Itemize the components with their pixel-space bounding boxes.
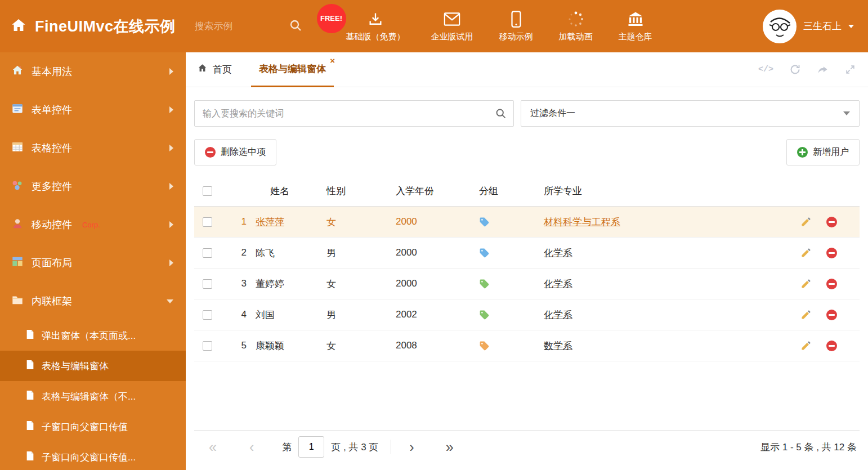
year-cell: 2002 bbox=[396, 309, 479, 320]
sidebar-subitem-label: 弹出窗体（本页面或... bbox=[42, 329, 136, 342]
search-icon[interactable] bbox=[289, 19, 302, 34]
delete-row-icon[interactable] bbox=[826, 341, 837, 351]
sidebar-item-label: 表格控件 bbox=[32, 141, 72, 155]
chevron-down-icon bbox=[167, 299, 173, 303]
last-page-icon[interactable]: » bbox=[446, 440, 454, 454]
major-link[interactable]: 化学系 bbox=[544, 279, 572, 289]
row-checkbox[interactable] bbox=[203, 217, 212, 227]
sidebar-item-label: 内联框架 bbox=[32, 294, 72, 308]
edit-icon[interactable] bbox=[800, 340, 812, 351]
refresh-icon[interactable] bbox=[789, 64, 801, 75]
search-icon[interactable] bbox=[495, 108, 507, 122]
row-checkbox[interactable] bbox=[203, 341, 212, 351]
sidebar-item-iframe[interactable]: 内联框架 bbox=[0, 282, 186, 320]
keyword-search-input[interactable] bbox=[194, 100, 514, 127]
sidebar-subitem-child-to-parent-2[interactable]: 子窗口向父窗口传值... bbox=[0, 442, 186, 470]
nav-item-theme-repo[interactable]: 主题仓库 bbox=[619, 11, 652, 42]
chevron-right-icon bbox=[169, 145, 173, 151]
delete-row-icon[interactable] bbox=[826, 217, 837, 227]
mobile-person-icon bbox=[11, 217, 24, 232]
plus-circle-icon bbox=[797, 147, 808, 158]
page-number-input[interactable] bbox=[298, 436, 324, 458]
sidebar-item-label: 基本用法 bbox=[32, 65, 72, 78]
delete-row-icon[interactable] bbox=[826, 310, 837, 320]
edit-icon[interactable] bbox=[800, 309, 812, 320]
top-header: FineUIMvc在线示例 FREE! 基础版（免费） 企业版试用 bbox=[0, 0, 868, 52]
sidebar-item-basic-usage[interactable]: 基本用法 bbox=[0, 52, 186, 91]
row-checkbox[interactable] bbox=[203, 279, 212, 289]
select-all-checkbox[interactable] bbox=[203, 186, 212, 196]
major-link[interactable]: 化学系 bbox=[544, 248, 572, 258]
nav-item-basic-free[interactable]: FREE! 基础版（免费） bbox=[346, 11, 405, 42]
edit-icon[interactable] bbox=[800, 247, 812, 258]
sidebar-item-page-layout[interactable]: 页面布局 bbox=[0, 244, 186, 282]
table-row[interactable]: 2 陈飞 男 2000 化学系 bbox=[194, 238, 860, 268]
first-page-icon[interactable]: « bbox=[209, 440, 217, 454]
nav-item-loading-anim[interactable]: 加载动画 bbox=[559, 11, 593, 42]
edit-icon[interactable] bbox=[800, 216, 812, 227]
source-code-icon[interactable]: </> bbox=[758, 65, 773, 74]
nav-label: 加载动画 bbox=[559, 32, 593, 42]
tag-icon bbox=[479, 310, 490, 320]
next-page-icon[interactable]: › bbox=[409, 440, 414, 454]
page-icon bbox=[26, 329, 34, 342]
chevron-right-icon bbox=[169, 106, 173, 113]
share-icon[interactable] bbox=[817, 64, 829, 75]
table-row[interactable]: 5 康颖颖 女 2008 数学系 bbox=[194, 330, 860, 361]
row-checkbox[interactable] bbox=[203, 310, 212, 320]
delete-row-icon[interactable] bbox=[826, 248, 837, 258]
name-link[interactable]: 张萍萍 bbox=[256, 217, 284, 227]
year-cell: 2000 bbox=[396, 278, 479, 289]
main-content: 首页 表格与编辑窗体 × </> bbox=[186, 52, 868, 470]
keyword-search bbox=[194, 100, 514, 127]
table-row[interactable]: 4 刘国 男 2002 化学系 bbox=[194, 299, 860, 330]
major-link[interactable]: 材料科学与工程系 bbox=[544, 217, 620, 227]
row-number: 1 bbox=[230, 216, 247, 227]
row-number: 3 bbox=[230, 278, 247, 289]
divider bbox=[391, 440, 391, 454]
sidebar-subitem-child-to-parent[interactable]: 子窗口向父窗口传值 bbox=[0, 411, 186, 442]
table-row[interactable]: 3 董婷婷 女 2000 化学系 bbox=[194, 268, 860, 299]
nav-label: 基础版（免费） bbox=[346, 32, 405, 42]
nav-item-mobile-demo[interactable]: 移动示例 bbox=[499, 11, 533, 42]
filter-dropdown[interactable]: 过滤条件一 bbox=[521, 100, 860, 127]
sidebar-subitem-label: 表格与编辑窗体 bbox=[42, 360, 109, 373]
fullscreen-icon[interactable] bbox=[845, 64, 856, 75]
edit-icon[interactable] bbox=[800, 278, 812, 289]
table-row[interactable]: 1 张萍萍 女 2000 材料科学与工程系 bbox=[194, 207, 860, 238]
top-search-input[interactable] bbox=[194, 20, 289, 33]
app-title: FineUIMvc在线示例 bbox=[35, 16, 176, 37]
sidebar-item-grid-controls[interactable]: 表格控件 bbox=[0, 129, 186, 167]
tab-grid-edit-window[interactable]: 表格与编辑窗体 × bbox=[251, 52, 334, 87]
gender-cell: 女 bbox=[326, 216, 396, 229]
major-link[interactable]: 数学系 bbox=[544, 341, 572, 351]
gender-cell: 男 bbox=[326, 308, 396, 321]
gender-cell: 女 bbox=[326, 277, 396, 290]
sidebar-subitem-grid-edit-window-2[interactable]: 表格与编辑窗体（不... bbox=[0, 381, 186, 411]
sidebar-item-more-controls[interactable]: 更多控件 bbox=[0, 167, 186, 205]
nav-item-enterprise-trial[interactable]: 企业版试用 bbox=[431, 11, 473, 42]
data-grid: 姓名 性别 入学年份 分组 所学专业 1 张萍萍 女 2000 材料科学与工程系 bbox=[194, 176, 860, 361]
minus-circle-icon bbox=[205, 147, 216, 158]
close-icon[interactable]: × bbox=[330, 56, 335, 65]
folder-icon bbox=[11, 294, 24, 309]
brand[interactable]: FineUIMvc在线示例 bbox=[0, 16, 176, 37]
major-link[interactable]: 化学系 bbox=[544, 310, 572, 320]
tab-home[interactable]: 首页 bbox=[197, 63, 232, 76]
sidebar-subitem-grid-edit-window[interactable]: 表格与编辑窗体 bbox=[0, 351, 186, 381]
form-icon bbox=[11, 102, 24, 118]
delete-selected-button[interactable]: 删除选中项 bbox=[194, 139, 276, 165]
add-user-button[interactable]: 新增用户 bbox=[786, 139, 860, 165]
sidebar-item-form-controls[interactable]: 表单控件 bbox=[0, 91, 186, 129]
sidebar-item-mobile-controls[interactable]: 移动控件 Corp. bbox=[0, 205, 186, 244]
spinner-icon bbox=[567, 11, 584, 28]
delete-row-icon[interactable] bbox=[826, 279, 837, 289]
name-cell: 董婷婷 bbox=[256, 277, 326, 290]
sidebar-subitem-popup-window[interactable]: 弹出窗体（本页面或... bbox=[0, 320, 186, 351]
home-icon bbox=[197, 63, 208, 76]
row-checkbox[interactable] bbox=[203, 248, 212, 258]
user-name: 三生石上 bbox=[803, 20, 842, 33]
prev-page-icon[interactable]: ‹ bbox=[249, 440, 254, 454]
user-menu[interactable]: 三生石上 bbox=[763, 10, 868, 43]
column-header-year: 入学年份 bbox=[396, 185, 479, 198]
